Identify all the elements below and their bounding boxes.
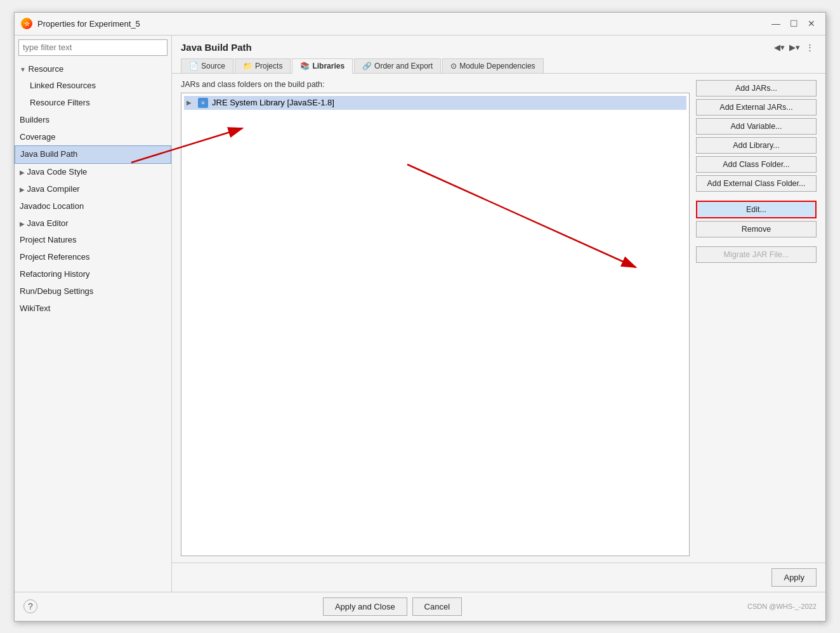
remove-button[interactable]: Remove: [696, 221, 817, 237]
sidebar-item-resource[interactable]: ▼ Resource: [15, 61, 171, 78]
jre-library-label: JRE System Library [JavaSE-1.8]: [212, 98, 334, 107]
tab-order-label: Order and Export: [374, 62, 433, 70]
libraries-tab-icon: 📚: [300, 62, 310, 70]
watermark-text: CSDN @WHS-_-2022: [747, 603, 817, 610]
sidebar-item-run-debug-settings[interactable]: Run/Debug Settings: [15, 283, 171, 300]
tab-libraries-label: Libraries: [312, 62, 345, 70]
source-tab-icon: 📄: [189, 62, 199, 70]
jre-system-library-item[interactable]: ▶ ≡ JRE System Library [JavaSE-1.8]: [184, 96, 686, 110]
back-button[interactable]: ◀▾: [772, 41, 786, 55]
page-title: Java Build Path: [181, 42, 252, 53]
main-header: Java Build Path ◀▾ ▶▾ ⋮: [172, 36, 825, 55]
sidebar-item-javadoc-location[interactable]: Javadoc Location: [15, 198, 171, 215]
tab-order-export[interactable]: 🔗 Order and Export: [354, 58, 441, 73]
titlebar: ☆ Properties for Experiment_5 — ☐ ✕: [15, 13, 825, 36]
library-tree-panel: ▶ ≡ JRE System Library [JavaSE-1.8]: [181, 93, 690, 556]
tab-module-dependencies[interactable]: ⊙ Module Dependencies: [442, 58, 543, 73]
add-variable-button[interactable]: Add Variable...: [696, 118, 817, 135]
content-body: JARs and class folders on the build path…: [172, 74, 825, 563]
tab-source-label: Source: [201, 62, 225, 70]
footer: ? Apply and Close Cancel CSDN @WHS-_-202…: [15, 592, 825, 621]
sidebar-tree: ▼ Resource Linked Resources Resource Fil…: [15, 60, 171, 592]
add-external-class-folder-button[interactable]: Add External Class Folder...: [696, 175, 817, 192]
tab-projects[interactable]: 📁 Projects: [235, 58, 291, 73]
add-jars-button[interactable]: Add JARs...: [696, 80, 817, 97]
sidebar-item-refactoring-history[interactable]: Refactoring History: [15, 266, 171, 283]
apply-close-button[interactable]: Apply and Close: [323, 597, 407, 616]
apply-button[interactable]: Apply: [771, 568, 817, 587]
build-path-area: JARs and class folders on the build path…: [181, 80, 690, 556]
maximize-button[interactable]: ☐: [786, 17, 801, 30]
sidebar-item-java-build-path[interactable]: Java Build Path: [15, 145, 171, 164]
projects-tab-icon: 📁: [243, 62, 253, 70]
window-controls[interactable]: — ☐ ✕: [768, 17, 819, 30]
tab-module-label: Module Dependencies: [459, 62, 535, 70]
tab-libraries[interactable]: 📚 Libraries: [292, 58, 353, 74]
add-external-jars-button[interactable]: Add External JARs...: [696, 99, 817, 116]
tab-projects-label: Projects: [255, 62, 282, 70]
toolbar-icons: ◀▾ ▶▾ ⋮: [772, 41, 817, 55]
footer-buttons: Apply and Close Cancel: [323, 597, 462, 616]
sidebar-item-resource-filters[interactable]: Resource Filters: [15, 95, 171, 112]
sidebar: ▼ Resource Linked Resources Resource Fil…: [15, 36, 172, 592]
migrate-jar-file-button[interactable]: Migrate JAR File...: [696, 246, 817, 263]
sidebar-item-wikitext[interactable]: WikiText: [15, 300, 171, 317]
edit-button[interactable]: Edit...: [696, 201, 817, 218]
btn-spacer-2: [696, 240, 817, 244]
apply-bar: Apply: [172, 563, 825, 592]
order-tab-icon: 🔗: [362, 62, 372, 70]
window-title: Properties for Experiment_5: [37, 19, 140, 29]
build-path-description: JARs and class folders on the build path…: [181, 80, 690, 89]
library-icon: ≡: [198, 98, 208, 108]
minimize-button[interactable]: —: [768, 17, 784, 30]
sidebar-item-java-code-style[interactable]: ▶ Java Code Style: [15, 164, 171, 181]
add-class-folder-button[interactable]: Add Class Folder...: [696, 156, 817, 173]
sidebar-item-builders[interactable]: Builders: [15, 112, 171, 129]
tabs-bar: 📄 Source 📁 Projects 📚 Libraries 🔗 Order …: [172, 55, 825, 74]
tab-source[interactable]: 📄 Source: [181, 58, 233, 73]
module-tab-icon: ⊙: [450, 62, 457, 70]
sidebar-item-project-natures[interactable]: Project Natures: [15, 232, 171, 249]
sidebar-item-java-editor[interactable]: ▶ Java Editor: [15, 215, 171, 232]
add-library-button[interactable]: Add Library...: [696, 137, 817, 154]
expand-icon: ▶: [187, 99, 194, 106]
sidebar-item-coverage[interactable]: Coverage: [15, 129, 171, 146]
cancel-button[interactable]: Cancel: [412, 597, 462, 616]
action-buttons-panel: Add JARs... Add External JARs... Add Var…: [696, 80, 817, 556]
btn-spacer: [696, 194, 817, 198]
help-button[interactable]: ?: [23, 599, 37, 613]
close-button[interactable]: ✕: [804, 17, 819, 30]
menu-button[interactable]: ⋮: [803, 41, 817, 55]
search-input[interactable]: [18, 39, 167, 56]
forward-button[interactable]: ▶▾: [787, 41, 801, 55]
sidebar-item-linked-resources[interactable]: Linked Resources: [15, 77, 171, 95]
app-icon: ☆: [21, 18, 32, 29]
sidebar-item-java-compiler[interactable]: ▶ Java Compiler: [15, 181, 171, 198]
sidebar-item-project-references[interactable]: Project References: [15, 249, 171, 266]
main-panel: Java Build Path ◀▾ ▶▾ ⋮ 📄 Source 📁: [172, 36, 825, 592]
